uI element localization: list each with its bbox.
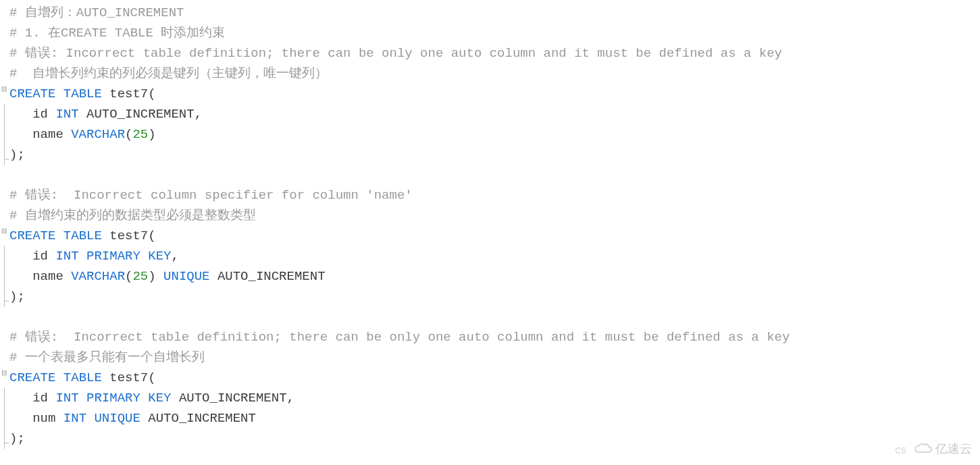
- code-line: );: [9, 429, 980, 449]
- token-number: 25: [132, 127, 148, 142]
- token-space: [86, 411, 94, 426]
- fold-guide: [4, 287, 5, 307]
- token-text: test7(: [109, 370, 155, 385]
- token-keyword: VARCHAR: [71, 127, 125, 142]
- code-line: name VARCHAR(25) UNIQUE AUTO_INCREMENT: [9, 266, 980, 287]
- token-keyword: PRIMARY: [86, 249, 140, 264]
- token-space: [79, 249, 86, 264]
- code-line: ⊟CREATE TABLE test7(: [9, 368, 980, 388]
- code-line: id INT PRIMARY KEY AUTO_INCREMENT,: [9, 388, 980, 408]
- token-text: );: [9, 431, 25, 446]
- token-text: name: [9, 269, 71, 284]
- comment-text: # 自增列：AUTO_INCREMENT: [9, 5, 184, 20]
- code-line: # 一个表最多只能有一个自增长列: [9, 347, 980, 368]
- fold-guide: [4, 388, 5, 408]
- code-line: # 错误: Incorrect column specifier for col…: [9, 185, 980, 205]
- fold-toggle-icon[interactable]: ⊟: [0, 227, 8, 235]
- fold-guide: [4, 246, 5, 266]
- code-line: id INT AUTO_INCREMENT,: [9, 104, 980, 124]
- token-space: [102, 228, 109, 243]
- token-number: 25: [132, 269, 148, 284]
- code-line: );: [9, 145, 980, 165]
- token-space: [79, 391, 86, 406]
- code-line: name VARCHAR(25): [9, 124, 980, 145]
- code-line: ⊟CREATE TABLE test7(: [9, 84, 980, 104]
- code-line: id INT PRIMARY KEY,: [9, 246, 980, 266]
- fold-toggle-icon[interactable]: ⊟: [0, 369, 8, 377]
- fold-guide: [4, 124, 5, 145]
- comment-text: # 自增约束的列的数据类型必须是整数类型: [9, 208, 256, 223]
- token-text: name: [9, 127, 71, 142]
- token-space: [140, 391, 148, 406]
- fold-guide: [4, 266, 5, 287]
- code-line: num INT UNIQUE AUTO_INCREMENT: [9, 408, 980, 429]
- token-keyword: KEY: [148, 391, 171, 406]
- fold-guide: [4, 429, 5, 449]
- token-keyword: VARCHAR: [71, 269, 125, 284]
- code-editor: # 自增列：AUTO_INCREMENT# 1. 在CREATE TABLE 时…: [0, 0, 980, 449]
- token-keyword: CREATE: [9, 370, 55, 385]
- code-line: # 自增长列约束的列必须是键列（主键列，唯一键列）: [9, 64, 980, 84]
- token-text: ,: [172, 249, 179, 264]
- token-text: (: [125, 269, 132, 284]
- comment-text: # 错误: Incorrect column specifier for col…: [9, 188, 413, 203]
- token-keyword: UNIQUE: [94, 411, 140, 426]
- token-keyword: KEY: [148, 249, 171, 264]
- token-text: id: [9, 249, 55, 264]
- token-text: );: [9, 289, 25, 304]
- fold-guide: [4, 145, 5, 165]
- token-text: AUTO_INCREMENT: [140, 411, 256, 426]
- token-keyword: TABLE: [63, 228, 102, 243]
- token-text: );: [9, 147, 25, 162]
- code-line: # 自增约束的列的数据类型必须是整数类型: [9, 205, 980, 226]
- token-space: [140, 249, 148, 264]
- token-text: (: [125, 127, 132, 142]
- token-text: test7(: [109, 228, 155, 243]
- comment-text: # 错误: Incorrect table definition; there …: [9, 330, 790, 345]
- code-line: # 1. 在CREATE TABLE 时添加约束: [9, 23, 980, 43]
- comment-text: # 一个表最多只能有一个自增长列: [9, 350, 205, 365]
- code-line: # 错误: Incorrect table definition; there …: [9, 43, 980, 64]
- token-space: [55, 370, 63, 385]
- code-line: ⊟CREATE TABLE test7(: [9, 226, 980, 246]
- fold-toggle-icon[interactable]: ⊟: [0, 85, 8, 93]
- token-keyword: PRIMARY: [86, 391, 140, 406]
- token-space: [102, 370, 109, 385]
- token-text: id: [9, 107, 55, 122]
- token-keyword: CREATE: [9, 87, 55, 101]
- fold-guide: [4, 104, 5, 124]
- comment-text: # 1. 在CREATE TABLE 时添加约束: [9, 26, 225, 41]
- token-text: num: [9, 411, 63, 426]
- comment-text: # 错误: Incorrect table definition; there …: [9, 46, 782, 61]
- code-line: [9, 165, 980, 185]
- code-line: [9, 307, 980, 327]
- token-text: AUTO_INCREMENT,: [79, 107, 202, 122]
- token-text: AUTO_INCREMENT: [210, 269, 326, 284]
- token-keyword: CREATE: [9, 228, 55, 243]
- token-keyword: TABLE: [63, 87, 102, 101]
- token-keyword: INT: [55, 107, 78, 122]
- code-line: # 错误: Incorrect table definition; there …: [9, 327, 980, 347]
- fold-guide: [4, 408, 5, 429]
- token-keyword: TABLE: [63, 370, 102, 385]
- code-line: # 自增列：AUTO_INCREMENT: [9, 3, 980, 23]
- token-keyword: UNIQUE: [163, 269, 209, 284]
- token-text: ): [148, 269, 163, 284]
- token-keyword: INT: [63, 411, 86, 426]
- token-text: AUTO_INCREMENT,: [172, 391, 294, 406]
- token-text: test7(: [109, 87, 155, 101]
- token-keyword: INT: [55, 391, 78, 406]
- token-text: ): [148, 127, 155, 142]
- code-line: );: [9, 287, 980, 307]
- token-space: [102, 87, 109, 101]
- token-keyword: INT: [55, 249, 78, 264]
- token-space: [55, 87, 63, 101]
- token-space: [55, 228, 63, 243]
- comment-text: # 自增长列约束的列必须是键列（主键列，唯一键列）: [9, 66, 328, 81]
- token-text: id: [9, 391, 55, 406]
